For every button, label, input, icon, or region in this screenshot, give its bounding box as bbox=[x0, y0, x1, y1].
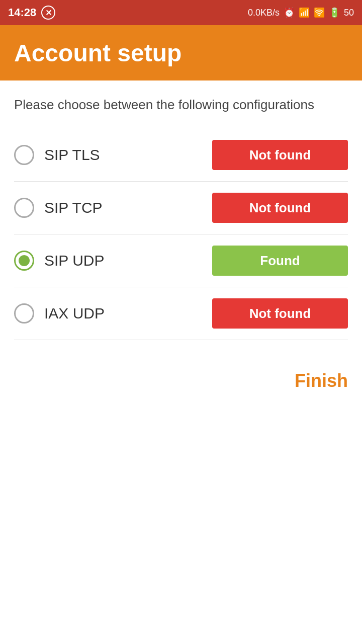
status-badge-sip-tls: Not found bbox=[212, 140, 348, 170]
config-row-left-sip-tcp: SIP TCP bbox=[14, 198, 103, 218]
status-bar-right: 0.0KB/s ⏰ 📶 🛜 🔋 50 bbox=[248, 7, 354, 18]
finish-button[interactable]: Finish bbox=[295, 365, 348, 396]
close-icon: ✕ bbox=[41, 6, 55, 20]
config-row-left-iax-udp: IAX UDP bbox=[14, 303, 105, 324]
config-label-sip-tls: SIP TLS bbox=[44, 146, 100, 164]
battery-level: 50 bbox=[344, 8, 354, 18]
footer: Finish bbox=[0, 340, 362, 412]
page-title: Account setup bbox=[14, 39, 182, 67]
status-time: 14:28 bbox=[8, 6, 36, 19]
network-speed: 0.0KB/s bbox=[248, 8, 280, 18]
config-row-sip-udp[interactable]: SIP UDPFound bbox=[14, 234, 348, 287]
config-label-sip-tcp: SIP TCP bbox=[44, 199, 103, 216]
config-row-left-sip-udp: SIP UDP bbox=[14, 251, 105, 271]
config-label-sip-udp: SIP UDP bbox=[44, 252, 105, 269]
config-list: SIP TLSNot foundSIP TCPNot foundSIP UDPF… bbox=[14, 129, 348, 340]
app-header: Account setup bbox=[0, 25, 362, 80]
status-badge-sip-tcp: Not found bbox=[212, 193, 348, 223]
battery-icon: 🔋 bbox=[329, 7, 340, 18]
config-label-iax-udp: IAX UDP bbox=[44, 305, 105, 322]
config-row-iax-udp[interactable]: IAX UDPNot found bbox=[14, 287, 348, 340]
clock-icon: ⏰ bbox=[284, 7, 295, 18]
config-row-left-sip-tls: SIP TLS bbox=[14, 145, 100, 165]
config-row-sip-tls[interactable]: SIP TLSNot found bbox=[14, 129, 348, 182]
wifi-icon: 🛜 bbox=[314, 7, 325, 18]
description-text: Please choose between the following conf… bbox=[14, 96, 348, 114]
radio-iax-udp[interactable] bbox=[14, 303, 34, 324]
status-badge-sip-udp: Found bbox=[212, 246, 348, 276]
status-bar: 14:28 ✕ 0.0KB/s ⏰ 📶 🛜 🔋 50 bbox=[0, 0, 362, 25]
config-row-sip-tcp[interactable]: SIP TCPNot found bbox=[14, 182, 348, 234]
status-bar-left: 14:28 ✕ bbox=[8, 6, 55, 20]
main-content: Please choose between the following conf… bbox=[0, 80, 362, 340]
status-badge-iax-udp: Not found bbox=[212, 298, 348, 329]
radio-sip-udp[interactable] bbox=[14, 251, 34, 271]
radio-sip-tcp[interactable] bbox=[14, 198, 34, 218]
signal-icon: 📶 bbox=[299, 7, 310, 18]
radio-sip-tls[interactable] bbox=[14, 145, 34, 165]
